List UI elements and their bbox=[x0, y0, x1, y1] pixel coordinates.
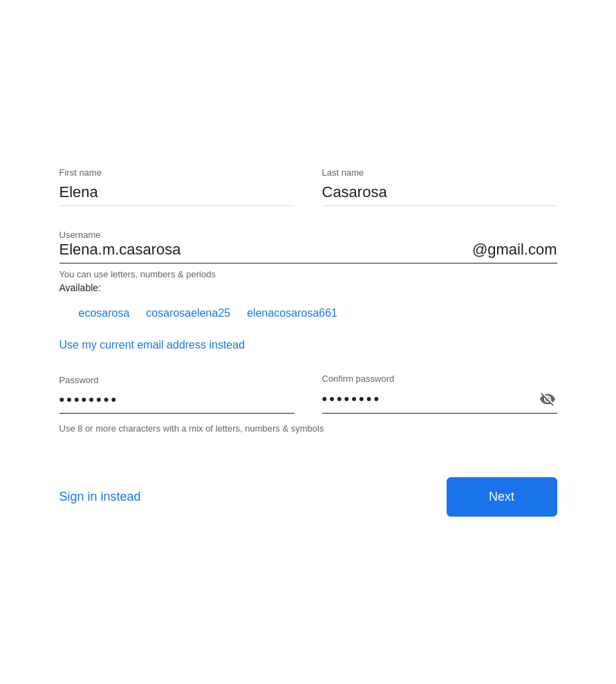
username-domain: @gmail.com bbox=[472, 241, 557, 259]
toggle-password-visibility-icon[interactable] bbox=[538, 389, 557, 409]
first-name-value[interactable]: Elena bbox=[59, 183, 295, 206]
last-name-label: Last name bbox=[322, 167, 557, 178]
password-input-row: •••••••• bbox=[59, 391, 295, 414]
confirm-password-group: Confirm password •••••••• bbox=[322, 373, 557, 414]
password-value[interactable]: •••••••• bbox=[59, 391, 295, 409]
password-hint: Use 8 or more characters with a mix of l… bbox=[59, 422, 474, 436]
suggestions-row: ecosarosa cosarosaelena25 elenacosarosa6… bbox=[59, 304, 557, 322]
username-section: Username Elena.m.casarosa @gmail.com You… bbox=[59, 228, 557, 293]
confirm-password-input-row: •••••••• bbox=[322, 389, 557, 414]
suggestion-chip-3[interactable]: elenacosarosa661 bbox=[241, 304, 343, 322]
last-name-group: Last name Casarosa bbox=[322, 167, 557, 206]
signup-form: First name Elena Last name Casarosa User… bbox=[18, 140, 599, 544]
first-name-label: First name bbox=[59, 167, 295, 178]
name-row: First name Elena Last name Casarosa bbox=[59, 167, 557, 206]
username-row: Elena.m.casarosa @gmail.com bbox=[59, 241, 557, 264]
username-hint: You can use letters, numbers & periods bbox=[59, 269, 557, 279]
first-name-group: First name Elena bbox=[59, 167, 295, 206]
use-email-link[interactable]: Use my current email address instead bbox=[59, 339, 245, 351]
password-label: Password bbox=[59, 375, 295, 385]
username-value[interactable]: Elena.m.casarosa bbox=[59, 241, 472, 259]
sign-in-link[interactable]: Sign in instead bbox=[59, 490, 141, 504]
password-row: Password •••••••• Confirm password •••••… bbox=[59, 373, 557, 414]
confirm-password-label: Confirm password bbox=[322, 373, 557, 384]
available-label: Available: bbox=[59, 282, 557, 293]
next-button[interactable]: Next bbox=[447, 477, 557, 517]
suggestion-chip-2[interactable]: cosarosaelena25 bbox=[140, 304, 236, 322]
actions-row: Sign in instead Next bbox=[59, 477, 557, 517]
confirm-password-value[interactable]: •••••••• bbox=[322, 390, 538, 408]
suggestion-chip-1[interactable]: ecosarosa bbox=[73, 304, 136, 322]
password-group: Password •••••••• bbox=[59, 375, 295, 414]
username-label: Username bbox=[59, 230, 101, 240]
last-name-value[interactable]: Casarosa bbox=[322, 183, 557, 206]
